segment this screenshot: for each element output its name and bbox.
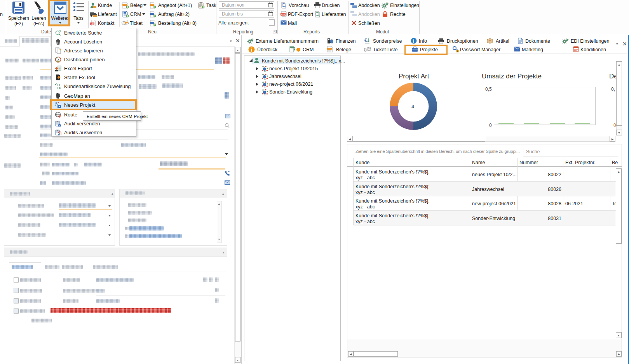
svg-text:€: € bbox=[364, 38, 367, 43]
svg-text:NEU: NEU bbox=[91, 23, 95, 25]
svg-text:PDF: PDF bbox=[281, 13, 285, 16]
